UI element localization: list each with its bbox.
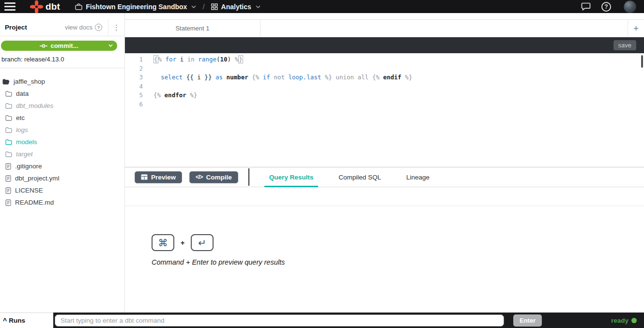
editor-toolbar: save [125,37,644,53]
table-icon [141,174,148,180]
code-line [153,64,412,74]
results-actions-row: Preview </> Compile Query ResultsCompile… [125,167,644,187]
help-icon[interactable]: ? [601,2,611,12]
results-tab-lineage[interactable]: Lineage [401,167,434,187]
results-subheader [125,187,644,206]
tab-statement-1[interactable]: Statement 1 [125,20,261,37]
chat-icon[interactable] [581,2,591,11]
tree-item-label: dbt_project.yml [15,175,60,182]
command-key-icon: ⌘ [152,234,174,251]
folder-icon [5,127,12,133]
git-commit-icon [40,44,47,48]
tree-item-label: .gitignore [15,163,42,170]
file-icon [5,175,11,182]
results-tabs: Query ResultsCompiled SQLLineage [264,167,450,187]
actions-divider [248,168,249,186]
results-tab-query-results[interactable]: Query Results [264,167,319,187]
folder-icon [5,115,12,121]
sidebar-header: Project view docs ? ⋮ [0,19,124,36]
new-tab-button[interactable]: + [628,20,644,37]
status-dot-icon [631,318,637,323]
tree-item-target[interactable]: target [0,148,124,160]
code-content: {% for i in range(10) %} select {{ i }} … [153,55,412,167]
save-button[interactable]: save [613,40,636,50]
preview-hint: ⌘ + ↵ Command + Enter to preview query r… [125,234,644,266]
dbt-command-input[interactable] [55,314,504,327]
file-tree: jaffle_shopdatadbt_modulesetclogsmodelst… [0,68,124,209]
tree-item-label: README.md [15,199,54,206]
enter-button[interactable]: Enter [513,314,542,327]
line-number: 5 [125,91,143,100]
tree-item-readme-md[interactable]: README.md [0,196,124,209]
code-icon: </> [196,174,202,180]
editor-scrollbar[interactable] [641,55,643,68]
editor-area: Statement 1 + save 123456 {% for i in ra… [125,13,644,313]
grid-icon [211,3,218,10]
hamburger-menu-icon[interactable] [4,2,15,11]
account-name: Fishtown Engineering Sandbox [86,3,187,11]
breadcrumb-separator: / [202,2,204,11]
file-icon [5,187,11,194]
help-circle-icon: ? [95,24,102,31]
line-number: 6 [125,100,143,109]
code-line [153,100,412,109]
folder-open-icon [2,79,10,85]
results-tab-label: Query Results [269,174,314,181]
briefcase-icon [75,3,82,10]
editor-tab-bar: Statement 1 + [125,19,644,37]
enter-key-icon: ↵ [191,234,214,251]
dbt-logo-text: dbt [46,1,60,12]
line-number: 1 [125,55,143,64]
dbt-logo-icon[interactable] [30,0,43,13]
file-explorer-sidebar: Project view docs ? ⋮ commit... branch: … [0,13,125,313]
tree-item-label: data [16,90,29,97]
kebab-menu-icon[interactable]: ⋮ [108,19,124,36]
folder-icon [5,151,12,157]
folder-icon [5,139,12,145]
commit-label: commit... [50,42,78,49]
command-bar-body: Enter ready [53,313,644,328]
folder-icon [5,103,12,109]
tree-item-label: models [16,138,37,146]
preview-button[interactable]: Preview [135,171,182,183]
line-number: 3 [125,73,143,82]
tree-item-models[interactable]: models [0,136,124,148]
results-tab-compiled-sql[interactable]: Compiled SQL [334,167,386,187]
tree-item-etc[interactable]: etc [0,112,124,124]
tree-item-label: jaffle_shop [14,78,45,85]
compile-button[interactable]: </> Compile [189,171,238,183]
commit-button[interactable]: commit... [1,41,117,51]
project-selector[interactable]: Analytics [211,3,261,11]
tree-item-logs[interactable]: logs [0,124,124,136]
tree-item--gitignore[interactable]: .gitignore [0,160,124,172]
code-line [153,82,412,91]
active-tab-underline [264,186,319,187]
code-line: {% for i in range(10) %} [153,55,412,64]
file-icon [5,199,11,206]
chevron-down-icon [108,44,113,47]
code-editor[interactable]: 123456 {% for i in range(10) %} select {… [125,53,644,167]
tree-item-label: logs [16,126,28,134]
tree-item-license[interactable]: LICENSE [0,184,124,196]
tree-item-data[interactable]: data [0,88,124,100]
hint-text: Command + Enter to preview query results [152,258,644,266]
user-avatar[interactable] [624,0,636,13]
caret-up-icon: ^ [3,317,7,325]
tree-item-label: dbt_modules [16,102,53,109]
status-indicator: ready [611,317,637,324]
code-line: select {{ i }} as number {% if not loop.… [153,73,412,82]
results-tab-label: Compiled SQL [338,174,381,181]
project-title: Project [5,24,27,31]
dbt-ide-window: dbt Fishtown Engineering Sandbox / [0,0,644,328]
view-docs-link[interactable]: view docs ? [65,24,102,31]
account-selector[interactable]: Fishtown Engineering Sandbox [75,3,196,11]
file-icon [5,163,11,170]
chevron-down-icon [191,5,196,8]
line-number: 4 [125,82,143,91]
top-bar: dbt Fishtown Engineering Sandbox / [0,0,644,13]
tree-item-jaffle-shop[interactable]: jaffle_shop [0,75,124,88]
runs-drawer-toggle[interactable]: ^ Runs [0,313,53,328]
line-numbers: 123456 [125,55,143,167]
tree-item-dbt-project-yml[interactable]: dbt_project.yml [0,172,124,184]
tree-item-dbt-modules[interactable]: dbt_modules [0,100,124,112]
